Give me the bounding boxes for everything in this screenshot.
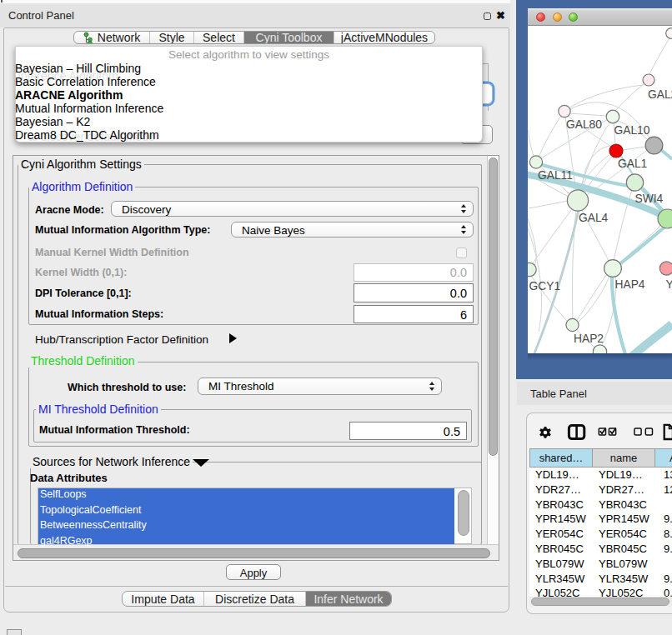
svg-text:GAL10: GAL10 [614,124,650,137]
svg-text:GAL1: GAL1 [618,158,647,170]
svg-text:GAL11: GAL11 [538,169,573,182]
svg-text:GAL4: GAL4 [579,212,609,224]
svg-text:SWI4: SWI4 [635,192,664,205]
svg-text:HAP2: HAP2 [574,332,604,345]
svg-text:HAP4: HAP4 [615,278,645,291]
svg-text:GCY1: GCY1 [529,280,561,292]
svg-text:Y: Y [666,278,672,291]
svg-text:GAL2: GAL2 [648,88,672,101]
svg-text:GAL80: GAL80 [566,118,602,131]
